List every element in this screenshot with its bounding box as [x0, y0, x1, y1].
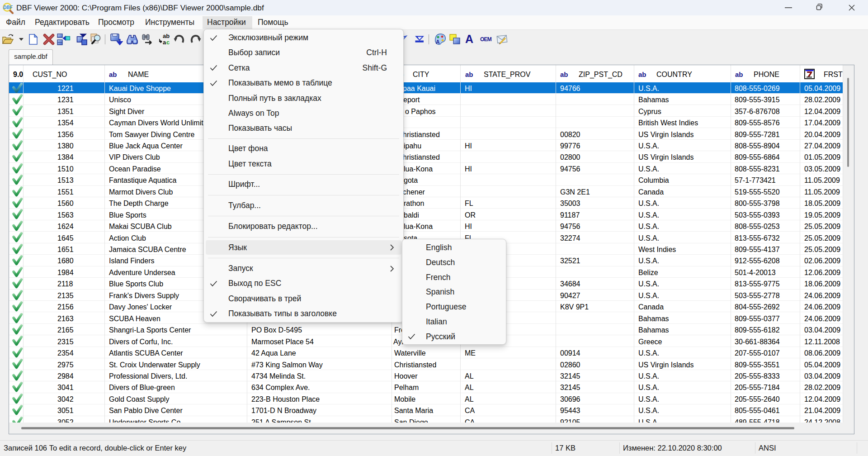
svg-text:A: A [436, 39, 440, 45]
svg-text:c: c [166, 39, 170, 46]
svg-text:a: a [163, 39, 166, 46]
svg-text:DBF: DBF [3, 5, 13, 10]
